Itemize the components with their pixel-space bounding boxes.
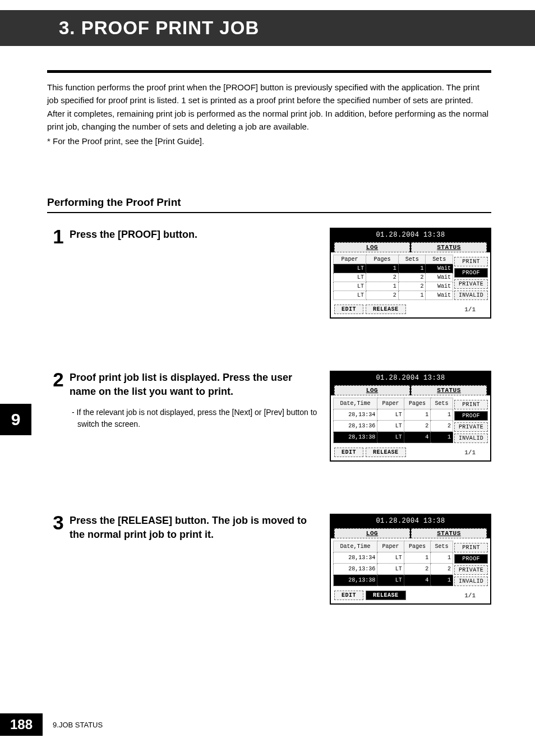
cell: 2 [431,421,453,432]
step-subtext: - If the relevant job is not displayed, … [70,407,321,430]
cell: LT [334,282,366,291]
cell: Wait [426,291,453,300]
cell: 1 [398,291,426,300]
col-header: Sets [431,541,453,552]
page-header: 3. PROOF PRINT JOB [0,10,535,46]
table-row[interactable]: 28,13:36LT22 [334,421,453,432]
cell: 1 [431,575,453,586]
cell: Wait [426,282,453,291]
panel-bottom: EDITRELEASE1/1 [331,445,490,460]
table-row[interactable]: 28,13:34LT11 [334,552,453,564]
cell: 1 [431,409,453,421]
proof-button[interactable]: PROOF [454,411,488,421]
panel-tabs: LOGSTATUS [331,528,490,538]
footer-label: 9.JOB STATUS [53,721,103,729]
private-button[interactable]: PRIVATE [454,565,488,575]
tab-log[interactable]: LOG [334,528,410,538]
cell: LT [377,421,404,432]
panel-body: Date,TimePaperPagesSets28,13:34LT1128,13… [331,538,490,588]
cell: LT [377,575,404,586]
job-table: PaperPagesSetsSetsLT11WaitLT22WaitLT12Wa… [333,255,453,300]
cell: 2 [366,273,398,282]
cell: 1 [366,264,398,273]
table-row[interactable]: LT11Wait [334,264,453,273]
private-button[interactable]: PRIVATE [454,422,488,432]
invalid-button[interactable]: INVALID [454,291,488,300]
cell: 28,13:38 [334,575,377,586]
page-title: 3. PROOF PRINT JOB [59,17,259,39]
panel-bottom: EDITRELEASE1/1 [331,302,490,317]
col-header: Paper [377,541,404,552]
invalid-button[interactable]: INVALID [454,434,488,443]
cell: Wait [426,264,453,273]
release-button[interactable]: RELEASE [366,448,406,457]
table-row[interactable]: 28,13:36LT22 [334,564,453,575]
page-number-badge: 188 [0,713,43,736]
col-header: Sets [398,255,426,264]
panel-body: PaperPagesSetsSetsLT11WaitLT22WaitLT12Wa… [331,252,490,302]
cell: 2 [404,564,430,575]
cell: 1 [431,552,453,564]
edit-button[interactable]: EDIT [334,305,363,314]
cell: 1 [404,409,430,421]
col-header: Date,Time [334,541,377,552]
cell: 2 [398,282,426,291]
step-body: Proof print job list is displayed. Press… [70,371,330,430]
step-body: Press the [PROOF] button. [70,228,330,242]
col-header: Paper [334,255,366,264]
tab-status[interactable]: STATUS [411,242,487,252]
step-heading: Proof print job list is displayed. Press… [70,371,321,399]
tab-log[interactable]: LOG [334,385,410,395]
table-row[interactable]: LT22Wait [334,273,453,282]
step: 1Press the [PROOF] button.01.28.2004 13:… [47,228,491,340]
col-header: Pages [366,255,398,264]
step-heading: Press the [RELEASE] button. The job is m… [70,514,321,542]
table-row[interactable]: LT21Wait [334,291,453,300]
steps-list: 1Press the [PROOF] button.01.28.2004 13:… [47,228,491,626]
cell: LT [377,552,404,564]
release-button[interactable]: RELEASE [366,591,406,600]
cell: 1 [366,282,398,291]
content-area: This function performs the proof print w… [47,70,491,711]
cell: LT [334,273,366,282]
cell: 28,13:36 [334,564,377,575]
cell: 28,13:36 [334,421,377,432]
cell: 1 [431,432,453,443]
print-button[interactable]: PRINT [454,257,488,266]
step-number: 3 [47,513,70,532]
cell: LT [377,409,404,421]
tab-status[interactable]: STATUS [411,528,487,538]
invalid-button[interactable]: INVALID [454,577,488,586]
cell: 2 [366,291,398,300]
footer: 188 9.JOB STATUS [0,713,103,736]
col-header: Sets [431,398,453,409]
step-number: 1 [47,227,70,246]
col-header: Pages [404,541,430,552]
private-button[interactable]: PRIVATE [454,279,488,289]
page-indicator: 1/1 [464,449,487,456]
table-row[interactable]: 28,13:38LT41 [334,575,453,586]
table-row[interactable]: 28,13:34LT11 [334,409,453,421]
print-button[interactable]: PRINT [454,400,488,409]
print-button[interactable]: PRINT [454,543,488,552]
panel-bottom: EDITRELEASE1/1 [331,588,490,603]
panel-body: Date,TimePaperPagesSets28,13:34LT1128,13… [331,395,490,445]
edit-button[interactable]: EDIT [334,591,363,600]
table-row[interactable]: LT12Wait [334,282,453,291]
release-button[interactable]: RELEASE [366,305,406,314]
proof-button[interactable]: PROOF [454,268,488,278]
device-panel: 01.28.2004 13:38LOGSTATUSPaperPagesSetsS… [330,228,491,319]
tab-log[interactable]: LOG [334,242,410,252]
side-buttons: PRINTPROOFPRIVATEINVALID [454,541,488,586]
edit-button[interactable]: EDIT [334,448,363,457]
step-body: Press the [RELEASE] button. The job is m… [70,514,330,542]
step-heading: Press the [PROOF] button. [70,228,321,242]
cell: 1 [398,264,426,273]
table-row[interactable]: 28,13:38LT41 [334,432,453,443]
section-title: Performing the Proof Print [47,196,491,213]
cell: LT [334,291,366,300]
tab-status[interactable]: STATUS [411,385,487,395]
col-header: Paper [377,398,404,409]
cell: 4 [404,432,430,443]
proof-button[interactable]: PROOF [454,554,488,564]
